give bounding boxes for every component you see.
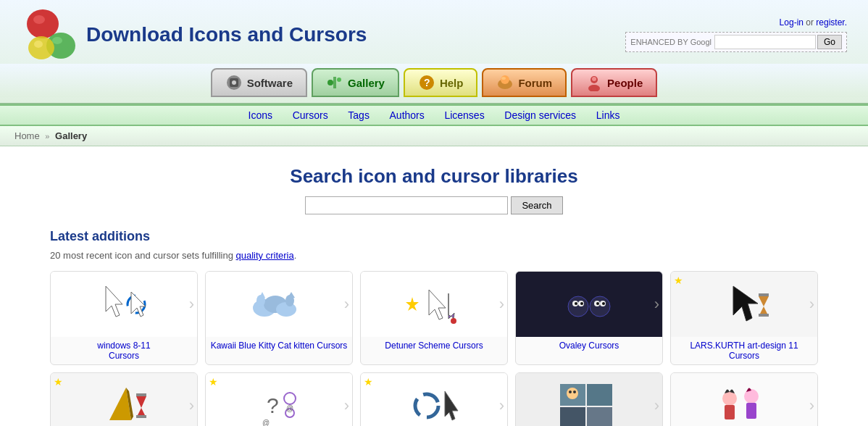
svg-marker-61: [445, 391, 458, 420]
svg-rect-54: [136, 415, 146, 418]
svg-rect-10: [333, 77, 336, 88]
search-button[interactable]: Search: [511, 196, 562, 214]
svg-point-42: [596, 302, 599, 305]
svg-point-16: [501, 77, 506, 80]
svg-point-1: [33, 15, 45, 24]
star-badge-precisering: ★: [209, 376, 218, 388]
svg-point-60: [415, 394, 438, 417]
svg-point-8: [232, 80, 236, 85]
search-input[interactable]: [305, 196, 508, 214]
star-badge-larskurth11: ★: [674, 275, 683, 286]
gallery-item-kawaii: › Kawaii Blue Kitty Cat kitten Cursors: [205, 271, 353, 365]
svg-point-71: [744, 389, 759, 404]
svg-point-3: [52, 37, 62, 44]
site-title[interactable]: Download Icons and Cursors: [86, 23, 625, 46]
next-arrow-detuner: ›: [499, 295, 504, 314]
next-arrow-precisering: ›: [344, 396, 349, 415]
svg-text:?: ?: [424, 77, 430, 88]
svg-marker-46: [759, 296, 769, 306]
tab-gallery[interactable]: Gallery: [312, 68, 399, 97]
tab-people[interactable]: People: [571, 68, 657, 97]
subnav-icons[interactable]: Icons: [249, 109, 272, 121]
svg-marker-20: [106, 286, 122, 317]
svg-point-0: [27, 9, 59, 38]
tab-help[interactable]: ? Help: [404, 68, 478, 97]
gallery-item-damara: › Damara Megido (Homestuck) Cursors: [670, 372, 818, 426]
next-arrow-pixelstyle2: ›: [499, 396, 504, 415]
svg-text:@: @: [262, 419, 270, 426]
gallery-item-detuner-label[interactable]: Detuner Scheme Cursors: [361, 337, 507, 354]
people-icon: [585, 74, 603, 91]
svg-point-67: [569, 390, 572, 393]
svg-marker-28: [259, 292, 265, 298]
svg-point-39: [580, 302, 583, 305]
svg-point-5: [34, 41, 43, 48]
gallery-item-pixelstyle2-thumb: ★ ›: [361, 373, 507, 426]
latest-desc: 20 most recent icon and cursor sets fulf…: [50, 250, 818, 261]
svg-rect-65: [587, 407, 612, 426]
gallery-item-worldoftrollge: › world of trollge characters Icons: [515, 372, 663, 426]
next-arrow-kawaii: ›: [344, 295, 349, 314]
gallery-item-win8-label[interactable]: windows 8-11Cursors: [51, 337, 197, 364]
svg-point-38: [575, 302, 577, 305]
gallery-item-detuner-thumb: ›: [361, 272, 507, 337]
gallery-item-kawaii-thumb: ›: [206, 272, 352, 337]
svg-rect-70: [725, 405, 735, 419]
sub-nav: Icons Cursors Tags Authors Licenses Desi…: [0, 104, 868, 126]
gallery-item-ovaley-label[interactable]: Ovaley Cursors: [516, 337, 662, 354]
gallery-item-larskurth13: ★ › LARS.KURTH art-design 13 Cursors: [50, 372, 198, 426]
svg-rect-48: [759, 314, 769, 317]
svg-marker-32: [448, 293, 454, 319]
enhanced-by-google-label: ENHANCED BY Googl: [630, 38, 711, 46]
svg-point-11: [337, 78, 341, 82]
star-badge-larskurth13: ★: [54, 376, 63, 388]
search-area: Search: [50, 196, 818, 214]
svg-point-15: [501, 75, 509, 84]
tab-forum[interactable]: Forum: [482, 68, 567, 97]
next-arrow-ovaley: ›: [654, 295, 659, 314]
svg-point-25: [276, 302, 296, 317]
svg-point-33: [451, 318, 456, 324]
gallery-item-larskurth11-thumb: ★ ›: [671, 272, 817, 337]
next-arrow-worldoftrollge: ›: [654, 396, 659, 415]
gallery-item-larskurth11-label[interactable]: LARS.KURTH art-design 11 Cursors: [671, 337, 817, 364]
gallery-item-pixelstyle2: ★ › Pixel Style 2 Cursors: [360, 372, 508, 426]
breadcrumb-current: Gallery: [55, 130, 87, 141]
gallery-item-precisering-thumb: ★ ? @ @ ›: [206, 373, 352, 426]
breadcrumb: Home » Gallery: [0, 126, 868, 146]
subnav-cursors[interactable]: Cursors: [293, 109, 328, 121]
subnav-authors[interactable]: Authors: [390, 109, 425, 121]
login-link[interactable]: Log-in: [780, 17, 804, 28]
svg-rect-63: [587, 384, 612, 406]
subnav-licenses[interactable]: Licenses: [444, 109, 484, 121]
svg-point-4: [28, 36, 54, 59]
svg-marker-29: [288, 292, 295, 298]
svg-marker-52: [136, 396, 146, 408]
subnav-tags[interactable]: Tags: [348, 109, 370, 121]
svg-point-19: [592, 77, 596, 81]
gallery-item-worldoftrollge-thumb: ›: [516, 373, 662, 426]
gallery-item-ovaley-thumb: ›: [516, 272, 662, 337]
page-title: Search icon and cursor libraries: [50, 165, 818, 188]
gallery-item-win8: › windows 8-11Cursors: [50, 271, 198, 365]
forum-icon: [496, 74, 514, 91]
login-area: Log-in or register.: [780, 17, 847, 28]
subnav-links[interactable]: Links: [596, 109, 620, 121]
svg-rect-72: [746, 403, 756, 419]
quality-criteria-link[interactable]: quality criteria: [236, 250, 294, 261]
gallery-item-damara-thumb: ›: [671, 373, 817, 426]
next-arrow-damara: ›: [809, 396, 814, 415]
svg-rect-45: [759, 293, 769, 296]
register-link[interactable]: register.: [816, 17, 847, 28]
svg-point-66: [567, 388, 578, 399]
subnav-design-services[interactable]: Design services: [504, 109, 576, 121]
tab-software[interactable]: Software: [211, 68, 307, 97]
next-arrow-larskurth11: ›: [809, 295, 814, 314]
gallery-item-larskurth11: ★ › LARS.KURTH art-design 11 Cursors: [670, 271, 818, 365]
google-search-input[interactable]: [714, 35, 816, 49]
gallery-item-kawaii-label[interactable]: Kawaii Blue Kitty Cat kitten Cursors: [206, 337, 352, 354]
svg-point-9: [327, 80, 333, 85]
breadcrumb-home[interactable]: Home: [14, 130, 40, 141]
google-search-button[interactable]: Go: [817, 35, 842, 49]
gallery-grid: › windows 8-11Cursors: [50, 271, 818, 426]
